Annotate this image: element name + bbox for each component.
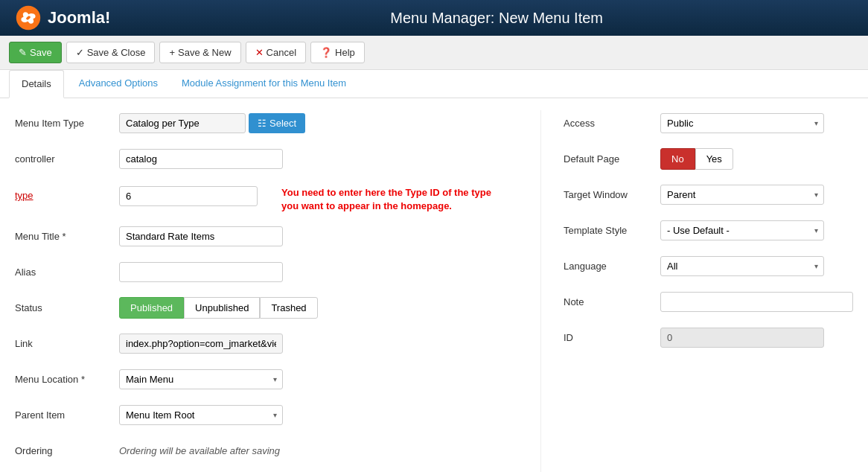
header: Joomla! Menu Manager: New Menu Item bbox=[0, 0, 868, 36]
main-content: Menu Item Type ☷ Select controller type … bbox=[0, 98, 868, 472]
menu-item-type-label: Menu Item Type bbox=[15, 118, 119, 129]
note-input[interactable] bbox=[660, 292, 853, 312]
default-yes-button[interactable]: Yes bbox=[695, 148, 733, 170]
type-label[interactable]: type bbox=[15, 186, 119, 201]
default-page-toggle: No Yes bbox=[660, 148, 853, 170]
status-published-button[interactable]: Published bbox=[119, 297, 184, 319]
template-style-label: Template Style bbox=[564, 225, 660, 236]
help-button[interactable]: ❓ Help bbox=[310, 42, 365, 63]
target-window-row: Target Window Parent ▾ bbox=[564, 182, 853, 207]
save-new-label: Save & New bbox=[178, 47, 232, 58]
menu-item-type-row: Menu Item Type ☷ Select bbox=[15, 110, 511, 135]
default-no-button[interactable]: No bbox=[660, 148, 695, 170]
note-label: Note bbox=[564, 296, 660, 307]
warning-message: You need to enter here the Type ID of th… bbox=[281, 186, 505, 213]
page-title: Menu Manager: New Menu Item bbox=[140, 10, 853, 27]
plus-icon: + bbox=[169, 47, 175, 58]
joomla-logo-icon bbox=[15, 4, 42, 31]
menu-location-wrapper: Main Menu ▾ bbox=[119, 369, 283, 389]
save-close-label: Save & Close bbox=[87, 47, 146, 58]
menu-location-row: Menu Location * Main Menu ▾ bbox=[15, 366, 511, 392]
note-row: Note bbox=[564, 289, 853, 314]
cancel-icon: ✕ bbox=[255, 47, 264, 58]
default-page-label: Default Page bbox=[564, 153, 660, 165]
id-row: ID 0 bbox=[564, 325, 853, 350]
access-select[interactable]: Public bbox=[660, 113, 824, 133]
ordering-row: Ordering Ordering will be available afte… bbox=[15, 438, 511, 463]
id-label: ID bbox=[564, 332, 660, 343]
save-button[interactable]: ✎ Save bbox=[9, 42, 62, 63]
logo: Joomla! bbox=[15, 4, 110, 31]
menu-title-input[interactable] bbox=[119, 226, 283, 246]
language-row: Language All ▾ bbox=[564, 253, 853, 278]
access-row: Access Public ▾ bbox=[564, 110, 853, 135]
status-unpublished-button[interactable]: Unpublished bbox=[184, 297, 260, 319]
status-label: Status bbox=[15, 302, 119, 313]
menu-item-type-input-group: ☷ Select bbox=[119, 113, 305, 133]
menu-title-row: Menu Title * bbox=[15, 223, 511, 249]
controller-input[interactable] bbox=[119, 149, 283, 169]
ordering-label: Ordering bbox=[15, 445, 119, 456]
target-window-select[interactable]: Parent bbox=[660, 185, 824, 205]
status-trashed-button[interactable]: Trashed bbox=[260, 297, 317, 319]
controller-row: controller bbox=[15, 146, 511, 171]
status-row: Status Published Unpublished Trashed bbox=[15, 295, 511, 320]
type-input[interactable] bbox=[119, 186, 258, 206]
ordering-text: Ordering will be available after saving bbox=[119, 445, 280, 456]
save-close-button[interactable]: ✓ Save & Close bbox=[66, 42, 156, 63]
target-window-label: Target Window bbox=[564, 189, 660, 200]
parent-item-label: Parent Item bbox=[15, 409, 119, 421]
template-style-row: Template Style - Use Default - ▾ bbox=[564, 217, 853, 243]
toolbar: ✎ Save ✓ Save & Close + Save & New ✕ Can… bbox=[0, 36, 868, 70]
parent-item-wrapper: Menu Item Root ▾ bbox=[119, 405, 283, 425]
help-icon: ❓ bbox=[320, 47, 332, 58]
save-label: Save bbox=[30, 47, 52, 58]
default-page-row: Default Page No Yes bbox=[564, 146, 853, 171]
alias-label: Alias bbox=[15, 267, 119, 278]
parent-item-select[interactable]: Menu Item Root bbox=[119, 405, 283, 425]
cancel-label: Cancel bbox=[267, 47, 296, 58]
tab-advanced[interactable]: Advanced Options bbox=[67, 70, 170, 98]
tabs-bar: Details Advanced Options Module Assignme… bbox=[0, 70, 868, 98]
id-value: 0 bbox=[660, 328, 824, 348]
logo-text: Joomla! bbox=[48, 8, 110, 28]
language-label: Language bbox=[564, 261, 660, 272]
language-select[interactable]: All bbox=[660, 256, 824, 276]
menu-location-select[interactable]: Main Menu bbox=[119, 369, 283, 389]
type-row: type You need to enter here the Type ID … bbox=[15, 182, 511, 213]
alias-row: Alias bbox=[15, 259, 511, 284]
parent-item-row: Parent Item Menu Item Root ▾ bbox=[15, 402, 511, 427]
save-new-button[interactable]: + Save & New bbox=[159, 42, 240, 63]
help-label: Help bbox=[335, 47, 355, 58]
tab-module[interactable]: Module Assignment for this Menu Item bbox=[170, 70, 358, 98]
menu-title-label: Menu Title * bbox=[15, 231, 119, 242]
checkmark-icon: ✓ bbox=[76, 47, 84, 58]
menu-location-label: Menu Location * bbox=[15, 374, 119, 385]
select-button[interactable]: ☷ Select bbox=[249, 113, 305, 133]
link-input[interactable] bbox=[119, 334, 283, 354]
link-label: Link bbox=[15, 338, 119, 349]
status-group: Published Unpublished Trashed bbox=[119, 297, 318, 319]
alias-input[interactable] bbox=[119, 262, 283, 282]
template-style-select[interactable]: - Use Default - bbox=[660, 220, 824, 240]
controller-label: controller bbox=[15, 153, 119, 165]
svg-point-0 bbox=[16, 6, 40, 30]
access-label: Access bbox=[564, 118, 660, 129]
save-icon: ✎ bbox=[19, 47, 27, 58]
link-row: Link bbox=[15, 331, 511, 356]
grid-icon: ☷ bbox=[258, 118, 267, 129]
tab-details[interactable]: Details bbox=[9, 70, 64, 98]
right-panel: Access Public ▾ Default Page No Yes bbox=[540, 110, 853, 472]
menu-item-type-input[interactable] bbox=[119, 113, 246, 133]
left-panel: Menu Item Type ☷ Select controller type … bbox=[15, 110, 540, 472]
cancel-button[interactable]: ✕ Cancel bbox=[246, 42, 306, 63]
